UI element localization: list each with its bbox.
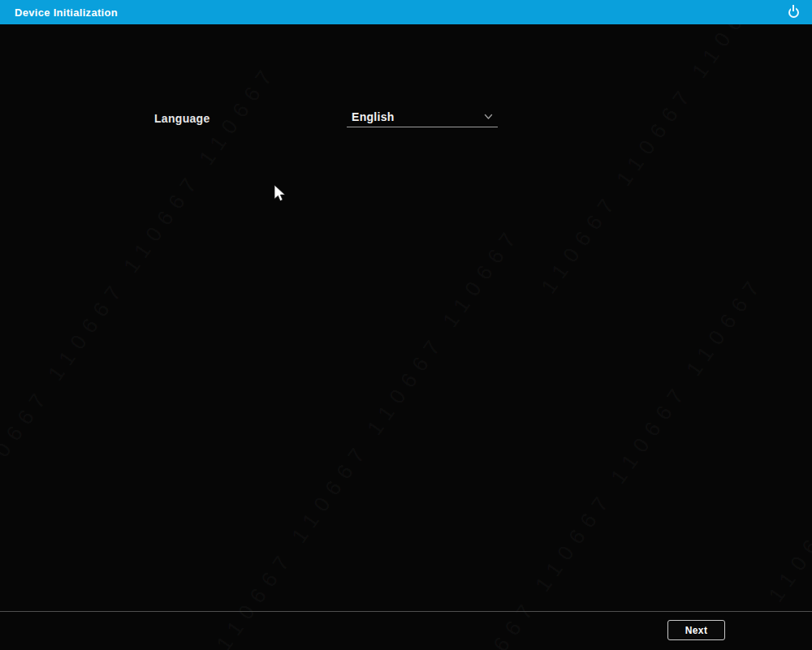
watermark-text: 110667 110667 110667 110667 [211,222,525,650]
language-dropdown[interactable]: English [347,106,498,127]
watermark-text: 110667 110667 110667 110667 [0,59,282,493]
mouse-cursor-icon [274,184,286,203]
language-label: Language [154,112,210,125]
power-button[interactable] [784,3,802,21]
next-button[interactable]: Next [667,620,725,640]
power-icon [788,7,799,18]
language-selected-value: English [352,110,395,123]
chevron-down-icon [484,114,493,120]
watermark-text: 110667 110667 110667 110667 [455,270,769,650]
watermark-text: 110667 110667 110667 110667 [536,24,812,299]
watermark-text: 110667 110667 110667 110667 [763,173,812,607]
page-title: Device Initialization [15,6,118,19]
footer-divider [0,611,812,612]
titlebar: Device Initialization [0,0,812,24]
